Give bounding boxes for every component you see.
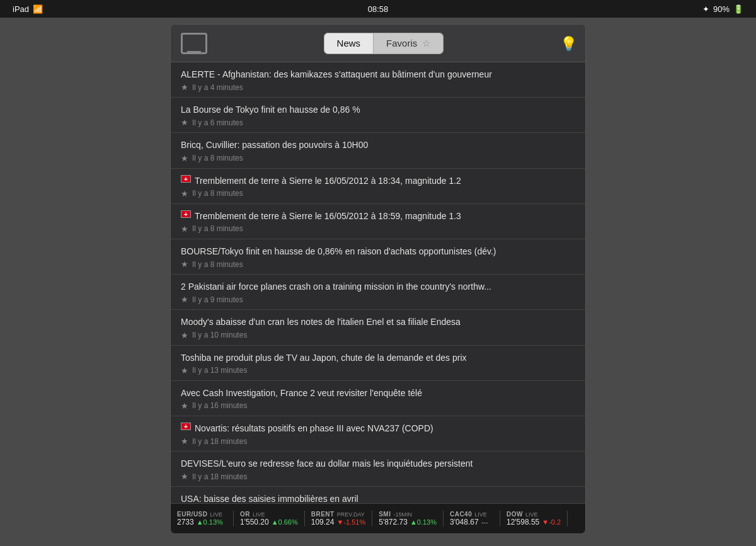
news-item[interactable]: Novartis: résultats positifs en phase II… bbox=[171, 416, 585, 452]
news-timestamp: Il y a 8 minutes bbox=[192, 154, 243, 162]
ticker-item: DOWLIVE12'598.55▼-0.2 bbox=[500, 511, 568, 526]
news-title-text: Tremblement de terre à Sierre le 16/05/2… bbox=[195, 175, 461, 186]
segmented-control: News Favoris ☆ bbox=[324, 33, 444, 54]
news-item[interactable]: Moody's abaisse d'un cran les notes de l… bbox=[171, 310, 585, 345]
ticker-value: 2733 bbox=[177, 518, 194, 526]
news-meta: ★Il y a 6 minutes bbox=[181, 118, 575, 127]
news-item[interactable]: Tremblement de terre à Sierre le 16/05/2… bbox=[171, 204, 585, 239]
news-title-text: USA: baisse des saisies immobilières en … bbox=[181, 493, 358, 503]
news-timestamp: Il y a 8 minutes bbox=[192, 224, 243, 233]
ticker-value: 12'598.55 bbox=[507, 518, 539, 526]
favorite-star-button[interactable]: ★ bbox=[181, 189, 188, 198]
news-title-row: Toshiba ne produit plus de TV au Japon, … bbox=[181, 352, 575, 366]
ticker-item: SMI-15MIN5'872.73▲0.13% bbox=[372, 511, 444, 526]
news-item[interactable]: La Bourse de Tokyo finit en hausse de 0,… bbox=[171, 98, 585, 133]
news-title-text: ALERTE - Afghanistan: des kamikazes s'at… bbox=[181, 69, 492, 80]
news-title-text: Tremblement de terre à Sierre le 16/05/2… bbox=[195, 210, 461, 222]
ticker-value-row: 3'048.67--- bbox=[450, 518, 488, 526]
news-title-text: Avec Cash Investigation, France 2 veut r… bbox=[181, 387, 422, 399]
news-timestamp: Il y a 9 minutes bbox=[192, 295, 243, 304]
ticker-value-row: 12'598.55▼-0.2 bbox=[507, 518, 561, 526]
toolbar: News Favoris ☆ 💡 bbox=[171, 25, 585, 62]
ticker-item: EUR/USDLIVE2733▲0.13% bbox=[177, 511, 234, 526]
lightbulb-icon[interactable]: 💡 bbox=[560, 36, 575, 51]
news-timestamp: Il y a 4 minutes bbox=[192, 83, 243, 92]
favorite-star-button[interactable]: ★ bbox=[181, 295, 188, 304]
battery-label: 90% bbox=[713, 4, 730, 14]
ticker-value: 109.24 bbox=[311, 518, 335, 526]
news-tab[interactable]: News bbox=[324, 33, 374, 54]
favorite-star-button[interactable]: ★ bbox=[181, 331, 188, 340]
favoris-tab[interactable]: Favoris ☆ bbox=[374, 33, 443, 54]
status-time: 08:58 bbox=[368, 4, 389, 14]
news-title-text: Novartis: résultats positifs en phase II… bbox=[195, 423, 433, 434]
favorite-star-button[interactable]: ★ bbox=[181, 224, 188, 234]
status-right: ✦ 90% 🔋 bbox=[702, 4, 743, 14]
ticker-value-row: 2733▲0.13% bbox=[177, 518, 223, 526]
ticker-value-row: 5'872.73▲0.13% bbox=[379, 518, 437, 526]
news-timestamp: Il y a 10 minutes bbox=[192, 331, 247, 339]
news-timestamp: Il y a 8 minutes bbox=[192, 260, 243, 269]
ticker-badge: LIVE bbox=[253, 511, 265, 518]
news-item[interactable]: Toshiba ne produit plus de TV au Japon, … bbox=[171, 346, 585, 381]
ticker-change: ▼-0.2 bbox=[542, 518, 561, 526]
favorite-star-button[interactable]: ★ bbox=[181, 154, 188, 163]
ticker-change: ▼-1.51% bbox=[336, 518, 365, 526]
ticker-value: 3'048.67 bbox=[450, 518, 479, 526]
news-title-row: Bricq, Cuvillier: passation des pouvoirs… bbox=[181, 139, 575, 153]
favorite-star-button[interactable]: ★ bbox=[181, 366, 188, 375]
news-item[interactable]: Avec Cash Investigation, France 2 veut r… bbox=[171, 381, 585, 416]
ticker-item: CAC40LIVE3'048.67--- bbox=[444, 511, 500, 526]
news-title-text: 2 Pakistani air force planes crash on a … bbox=[181, 281, 491, 292]
wifi-icon: 📶 bbox=[33, 4, 43, 14]
news-item[interactable]: DEVISES/L'euro se redresse face au dolla… bbox=[171, 452, 585, 487]
ticker-value-row: 1'550.20▲0.66% bbox=[240, 518, 298, 526]
favorite-star-button[interactable]: ★ bbox=[181, 401, 188, 411]
news-meta: ★Il y a 4 minutes bbox=[181, 82, 575, 92]
favorite-star-button[interactable]: ★ bbox=[181, 472, 188, 481]
status-left: iPad 📶 bbox=[13, 4, 43, 14]
news-meta: ★Il y a 8 minutes bbox=[181, 259, 575, 269]
favorite-star-button[interactable]: ★ bbox=[181, 118, 188, 127]
news-timestamp: Il y a 8 minutes bbox=[192, 189, 243, 198]
news-list: ALERTE - Afghanistan: des kamikazes s'at… bbox=[171, 62, 585, 503]
device-label: iPad bbox=[13, 4, 29, 14]
news-item[interactable]: Tremblement de terre à Sierre le 16/05/2… bbox=[171, 169, 585, 204]
news-meta: ★Il y a 13 minutes bbox=[181, 366, 575, 375]
news-meta: ★Il y a 10 minutes bbox=[181, 331, 575, 340]
ticker-bar: EUR/USDLIVE2733▲0.13%ORLIVE1'550.20▲0.66… bbox=[171, 503, 585, 533]
news-item[interactable]: Bricq, Cuvillier: passation des pouvoirs… bbox=[171, 133, 585, 168]
news-meta: ★Il y a 8 minutes bbox=[181, 154, 575, 163]
status-bar: iPad 📶 08:58 ✦ 90% 🔋 bbox=[0, 0, 756, 18]
screen-icon bbox=[181, 33, 207, 54]
ticker-symbol: BRENT bbox=[311, 511, 335, 518]
favorite-star-button[interactable]: ★ bbox=[181, 259, 188, 269]
ticker-change: ▲0.66% bbox=[272, 518, 298, 526]
news-item[interactable]: USA: baisse des saisies immobilières en … bbox=[171, 487, 585, 503]
ticker-item: BRENTPREV.DAY109.24▼-1.51% bbox=[305, 511, 372, 526]
news-title-text: Bricq, Cuvillier: passation des pouvoirs… bbox=[181, 139, 368, 151]
news-title-row: Novartis: résultats positifs en phase II… bbox=[181, 423, 575, 436]
favorite-star-button[interactable]: ★ bbox=[181, 82, 188, 92]
favoris-star-icon: ☆ bbox=[422, 38, 430, 48]
favorite-star-button[interactable]: ★ bbox=[181, 436, 188, 446]
ticker-value-row: 109.24▼-1.51% bbox=[311, 518, 365, 526]
news-timestamp: Il y a 6 minutes bbox=[192, 118, 243, 127]
news-title-row: Moody's abaisse d'un cran les notes de l… bbox=[181, 316, 575, 330]
news-timestamp: Il y a 13 minutes bbox=[192, 366, 247, 375]
news-timestamp: Il y a 18 minutes bbox=[192, 437, 247, 446]
news-item[interactable]: BOURSE/Tokyo finit en hausse de 0,86% en… bbox=[171, 239, 585, 275]
news-title-row: 2 Pakistani air force planes crash on a … bbox=[181, 281, 575, 295]
toolbar-left bbox=[181, 33, 207, 54]
news-title-text: La Bourse de Tokyo finit en hausse de 0,… bbox=[181, 104, 360, 115]
news-title-text: DEVISES/L'euro se redresse face au dolla… bbox=[181, 458, 472, 469]
news-title-text: Toshiba ne produit plus de TV au Japon, … bbox=[181, 352, 467, 363]
news-title-row: Avec Cash Investigation, France 2 veut r… bbox=[181, 387, 575, 401]
ticker-badge: LIVE bbox=[210, 511, 223, 518]
ticker-symbol: OR bbox=[240, 511, 250, 518]
news-item[interactable]: ALERTE - Afghanistan: des kamikazes s'at… bbox=[171, 62, 585, 98]
swiss-flag-icon bbox=[181, 210, 191, 218]
news-item[interactable]: 2 Pakistani air force planes crash on a … bbox=[171, 275, 585, 310]
news-meta: ★Il y a 18 minutes bbox=[181, 472, 575, 481]
news-meta: ★Il y a 8 minutes bbox=[181, 224, 575, 234]
